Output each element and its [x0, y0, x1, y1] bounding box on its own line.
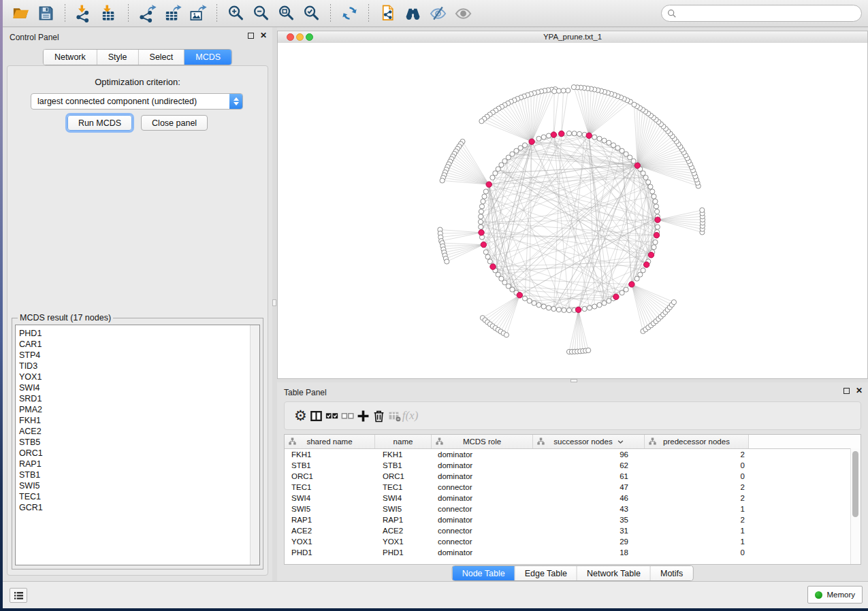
- table-cell[interactable]: 0: [645, 471, 749, 482]
- mcds-result-list[interactable]: PHD1CAR1STP4TID3YOX1SWI4SRD1PMA2FKH1ACE2…: [15, 325, 260, 565]
- table-cell[interactable]: 2: [645, 514, 749, 525]
- refresh-view-button[interactable]: [337, 2, 362, 25]
- table-cell[interactable]: PHD1: [375, 547, 432, 558]
- table-cell[interactable]: RAP1: [375, 514, 432, 525]
- table-cell[interactable]: STB1: [285, 460, 375, 471]
- table-row[interactable]: PHD1PHD1dominator180: [285, 547, 861, 558]
- mcds-result-item[interactable]: STP4: [16, 350, 259, 361]
- table-cell[interactable]: SWI4: [285, 493, 375, 503]
- table-cell[interactable]: 61: [533, 471, 645, 482]
- table-cell[interactable]: connector: [432, 503, 533, 514]
- mcds-result-item[interactable]: SWI4: [16, 382, 259, 393]
- close-panel-icon[interactable]: ✕: [260, 32, 267, 39]
- float-panel-icon[interactable]: [248, 33, 254, 39]
- import-network-from-file-button[interactable]: [71, 2, 97, 25]
- table-cell[interactable]: 29: [533, 536, 645, 547]
- table-cell[interactable]: 96: [533, 449, 645, 460]
- mcds-result-item[interactable]: PMA2: [16, 404, 259, 415]
- zoom-selected-button[interactable]: [299, 2, 324, 25]
- zoom-fit-button[interactable]: [274, 2, 299, 25]
- table-cell[interactable]: dominator: [432, 514, 533, 525]
- table-cell[interactable]: ACE2: [285, 525, 375, 536]
- table-cell[interactable]: 47: [533, 482, 645, 493]
- hide-selected-button[interactable]: [425, 2, 451, 25]
- table-row[interactable]: STB1STB1dominator620: [285, 460, 861, 471]
- tab-select[interactable]: Select: [139, 50, 185, 65]
- table-cell[interactable]: 2: [645, 493, 749, 503]
- mcds-result-item[interactable]: ORC1: [16, 448, 259, 459]
- tab-edge-table[interactable]: Edge Table: [515, 566, 577, 580]
- close-panel-button[interactable]: Close panel: [141, 115, 208, 131]
- export-image-button[interactable]: [185, 2, 210, 25]
- mcds-result-item[interactable]: ACE2: [16, 426, 259, 437]
- zoom-out-button[interactable]: [248, 2, 274, 25]
- network-canvas[interactable]: [278, 43, 867, 378]
- table-cell[interactable]: 46: [533, 493, 645, 503]
- table-cell[interactable]: 1: [645, 525, 749, 536]
- optimization-criterion-select[interactable]: largest connected component (undirected): [31, 93, 243, 110]
- table-cell[interactable]: PHD1: [285, 547, 375, 558]
- mcds-result-item[interactable]: FKH1: [16, 415, 259, 426]
- table-cell[interactable]: 62: [533, 460, 645, 471]
- close-panel-icon[interactable]: ✕: [856, 387, 863, 395]
- table-row[interactable]: SWI5SWI5connector431: [285, 503, 861, 514]
- run-mcds-button[interactable]: Run MCDS: [67, 115, 132, 131]
- clone-network-button[interactable]: [375, 2, 400, 25]
- delete-column-button[interactable]: [371, 408, 387, 424]
- table-cell[interactable]: SWI4: [375, 493, 432, 503]
- network-window-titlebar[interactable]: YPA_prune.txt_1: [278, 31, 867, 44]
- table-cell[interactable]: dominator: [432, 449, 533, 460]
- table-cell[interactable]: dominator: [432, 493, 533, 503]
- import-table-from-file-button[interactable]: [97, 2, 122, 25]
- float-panel-icon[interactable]: [843, 388, 850, 394]
- table-cell[interactable]: RAP1: [285, 514, 375, 525]
- search-input[interactable]: [679, 6, 861, 21]
- table-cell[interactable]: TEC1: [285, 482, 375, 493]
- splitter-handle-icon[interactable]: [272, 299, 276, 306]
- memory-button[interactable]: Memory: [807, 586, 863, 604]
- search-network-button[interactable]: [400, 2, 425, 25]
- vertical-splitter[interactable]: [272, 27, 277, 581]
- tab-node-table[interactable]: Node Table: [453, 566, 515, 580]
- deselect-all-button[interactable]: [340, 408, 355, 424]
- table-cell[interactable]: 2: [645, 449, 749, 460]
- table-cell[interactable]: FKH1: [285, 449, 375, 460]
- table-cell[interactable]: SWI5: [285, 503, 375, 514]
- mcds-result-item[interactable]: GCR1: [16, 502, 259, 513]
- zoom-in-button[interactable]: [223, 2, 248, 25]
- table-row[interactable]: ACE2ACE2connector311: [285, 525, 861, 536]
- tab-network[interactable]: Network: [44, 50, 97, 65]
- table-cell[interactable]: 35: [533, 514, 645, 525]
- table-scrollbar[interactable]: [850, 448, 861, 564]
- column-visibility-button[interactable]: [308, 408, 324, 424]
- table-cell[interactable]: 1: [645, 503, 749, 514]
- table-mode-gear-button[interactable]: ⚙: [293, 408, 308, 424]
- tab-network-table[interactable]: Network Table: [577, 566, 651, 580]
- table-cell[interactable]: dominator: [432, 471, 533, 482]
- tab-motifs[interactable]: Motifs: [651, 566, 692, 580]
- save-session-button[interactable]: [33, 2, 59, 25]
- table-row[interactable]: FKH1FKH1dominator962: [285, 449, 861, 460]
- mcds-result-item[interactable]: SWI5: [16, 480, 259, 491]
- table-row[interactable]: ORC1ORC1dominator610: [285, 471, 861, 482]
- panel-selector-button[interactable]: [10, 588, 27, 603]
- scrollbar-thumb[interactable]: [852, 451, 858, 517]
- column-header-name[interactable]: name: [375, 435, 432, 448]
- table-cell[interactable]: 31: [533, 525, 645, 536]
- table-cell[interactable]: 43: [533, 503, 645, 514]
- table-cell[interactable]: connector: [432, 525, 533, 536]
- table-cell[interactable]: ACE2: [375, 525, 432, 536]
- table-row[interactable]: RAP1RAP1dominator352: [285, 514, 861, 525]
- tab-style[interactable]: Style: [97, 50, 139, 65]
- table-cell[interactable]: dominator: [432, 460, 533, 471]
- mcds-result-item[interactable]: STB1: [16, 469, 259, 480]
- table-cell[interactable]: dominator: [432, 547, 533, 558]
- table-cell[interactable]: connector: [432, 482, 533, 493]
- mcds-result-item[interactable]: YOX1: [16, 371, 259, 382]
- table-cell[interactable]: ORC1: [285, 471, 375, 482]
- create-column-button[interactable]: [355, 408, 371, 424]
- column-header-shared-name[interactable]: shared name: [285, 435, 375, 448]
- open-file-button[interactable]: [8, 2, 33, 25]
- table-cell[interactable]: 2: [645, 482, 749, 493]
- mcds-result-item[interactable]: TEC1: [16, 491, 259, 502]
